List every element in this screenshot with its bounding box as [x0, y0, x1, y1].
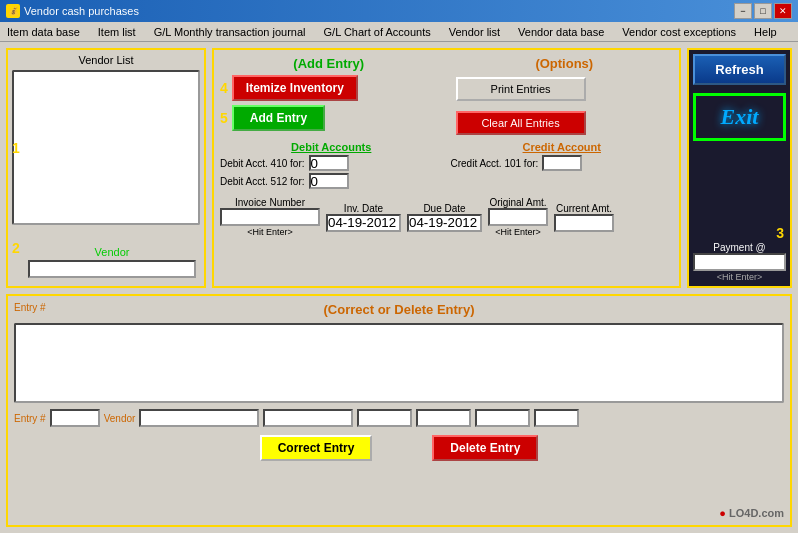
- window-controls: − □ ✕: [734, 3, 792, 19]
- bottom-field-6[interactable]: [475, 409, 530, 427]
- menu-item-vendor-cost[interactable]: Vendor cost exceptions: [619, 25, 739, 39]
- vendor-list-panel: Vendor List 1 2 Vendor: [6, 48, 206, 288]
- invoice-number-input[interactable]: [220, 208, 320, 226]
- maximize-button[interactable]: □: [754, 3, 772, 19]
- vendor-list-title: Vendor List: [12, 54, 200, 66]
- vendor-input[interactable]: [28, 260, 196, 278]
- debit-512-input[interactable]: [309, 173, 349, 189]
- exit-button[interactable]: Exit: [693, 93, 786, 141]
- main-content: Vendor List 1 2 Vendor (Add Entry) 4 Ite…: [0, 42, 798, 533]
- delete-entry-button[interactable]: Delete Entry: [432, 435, 538, 461]
- vendor-bottom-input[interactable]: [139, 409, 259, 427]
- label-number-1: 1: [12, 140, 20, 156]
- close-button[interactable]: ✕: [774, 3, 792, 19]
- clear-all-button[interactable]: Clear All Entries: [456, 111, 586, 135]
- debit-accounts-title: Debit Accounts: [220, 141, 443, 153]
- orig-amt-group: Original Amt. <Hit Enter>: [488, 197, 548, 237]
- credit-account-title: Credit Account: [451, 141, 674, 153]
- debit-410-label: Debit Acct. 410 for:: [220, 158, 305, 169]
- entry-num-bottom-input[interactable]: [50, 409, 100, 427]
- correct-delete-title: (Correct or Delete Entry): [14, 302, 784, 317]
- invoice-hit-enter: <Hit Enter>: [247, 227, 293, 237]
- bottom-field-5[interactable]: [416, 409, 471, 427]
- curr-amt-input[interactable]: [554, 214, 614, 232]
- credit-column: Credit Account Credit Acct. 101 for:: [451, 141, 674, 191]
- invoice-number-label: Invoice Number: [235, 197, 305, 208]
- entry-num-bottom-label: Entry #: [14, 413, 46, 424]
- add-entry-row: 5 Add Entry: [220, 105, 437, 131]
- curr-amt-label: Current Amt.: [556, 203, 612, 214]
- correct-entry-button[interactable]: Correct Entry: [260, 435, 373, 461]
- top-section: Vendor List 1 2 Vendor (Add Entry) 4 Ite…: [6, 48, 792, 288]
- add-entry-title: (Add Entry): [220, 56, 437, 71]
- add-entry-button[interactable]: Add Entry: [232, 105, 325, 131]
- middle-panel: (Add Entry) 4 Itemize Inventory 5 Add En…: [212, 48, 681, 288]
- title-bar: 💰 Vendor cash purchases − □ ✕: [0, 0, 798, 22]
- payment-hit-enter: <Hit Enter>: [693, 272, 786, 282]
- payment-section: Payment @ <Hit Enter>: [693, 242, 786, 282]
- orig-hit-enter: <Hit Enter>: [495, 227, 541, 237]
- inv-date-label: Inv. Date: [344, 203, 383, 214]
- debit-512-label: Debit Acct. 512 for:: [220, 176, 305, 187]
- credit-101-label: Credit Acct. 101 for:: [451, 158, 539, 169]
- menu-item-help[interactable]: Help: [751, 25, 780, 39]
- entry-num-top-label: Entry #: [14, 302, 46, 313]
- debit-credit-row: Debit Accounts Debit Acct. 410 for: Debi…: [220, 141, 673, 191]
- itemize-row: 4 Itemize Inventory: [220, 75, 437, 101]
- vendor-listbox[interactable]: [12, 70, 200, 225]
- due-date-input[interactable]: [407, 214, 482, 232]
- refresh-button[interactable]: Refresh: [693, 54, 786, 85]
- minimize-button[interactable]: −: [734, 3, 752, 19]
- label-number-5: 5: [220, 110, 228, 126]
- menu-item-database[interactable]: Item data base: [4, 25, 83, 39]
- debit-column: Debit Accounts Debit Acct. 410 for: Debi…: [220, 141, 443, 191]
- payment-label: Payment @: [693, 242, 786, 253]
- menu-item-vendor-list[interactable]: Vendor list: [446, 25, 503, 39]
- invoice-row: Invoice Number <Hit Enter> Inv. Date Due…: [220, 197, 673, 237]
- middle-top: (Add Entry) 4 Itemize Inventory 5 Add En…: [220, 56, 673, 135]
- add-entry-column: (Add Entry) 4 Itemize Inventory 5 Add En…: [220, 56, 437, 135]
- debit-410-input[interactable]: [309, 155, 349, 171]
- debit-acct-512-row: Debit Acct. 512 for:: [220, 173, 443, 189]
- vendor-bottom-label: Vendor: [104, 413, 136, 424]
- bottom-field-7[interactable]: [534, 409, 579, 427]
- invoice-number-group: Invoice Number <Hit Enter>: [220, 197, 320, 237]
- bottom-field-3[interactable]: [263, 409, 353, 427]
- debit-acct-410-row: Debit Acct. 410 for:: [220, 155, 443, 171]
- payment-input[interactable]: [693, 253, 786, 271]
- label-number-2: 2: [12, 240, 20, 256]
- app-icon: 💰: [6, 4, 20, 18]
- options-title: (Options): [456, 56, 673, 71]
- bottom-section: Entry # (Correct or Delete Entry) Entry …: [6, 294, 792, 527]
- menu-item-list[interactable]: Item list: [95, 25, 139, 39]
- watermark: ● LO4D.com: [719, 507, 784, 519]
- window-title: Vendor cash purchases: [24, 5, 139, 17]
- menu-item-vendor-database[interactable]: Vendor data base: [515, 25, 607, 39]
- menu-item-chart[interactable]: G/L Chart of Accounts: [321, 25, 434, 39]
- label-number-4: 4: [220, 80, 228, 96]
- entries-listbox[interactable]: [14, 323, 784, 403]
- credit-101-input[interactable]: [542, 155, 582, 171]
- due-date-group: Due Date: [407, 203, 482, 232]
- vendor-field-label: Vendor: [28, 246, 196, 258]
- options-column: (Options) Print Entries Clear All Entrie…: [456, 56, 673, 135]
- bottom-buttons: Correct Entry Delete Entry: [14, 435, 784, 461]
- itemize-inventory-button[interactable]: Itemize Inventory: [232, 75, 358, 101]
- curr-amt-group: Current Amt.: [554, 203, 614, 232]
- menu-bar: Item data base Item list G/L Monthly tra…: [0, 22, 798, 42]
- inv-date-group: Inv. Date: [326, 203, 401, 232]
- bottom-fields-row: Entry # Vendor: [14, 409, 784, 427]
- print-entries-button[interactable]: Print Entries: [456, 77, 586, 101]
- due-date-label: Due Date: [423, 203, 465, 214]
- menu-item-journal[interactable]: G/L Monthly transaction journal: [151, 25, 309, 39]
- right-panel: Refresh Exit 3 Payment @ <Hit Enter>: [687, 48, 792, 288]
- label-number-3: 3: [776, 225, 784, 241]
- bottom-field-4[interactable]: [357, 409, 412, 427]
- orig-amt-input[interactable]: [488, 208, 548, 226]
- inv-date-input[interactable]: [326, 214, 401, 232]
- orig-amt-label: Original Amt.: [489, 197, 546, 208]
- credit-acct-101-row: Credit Acct. 101 for:: [451, 155, 674, 171]
- vendor-label-section: Vendor: [28, 246, 196, 278]
